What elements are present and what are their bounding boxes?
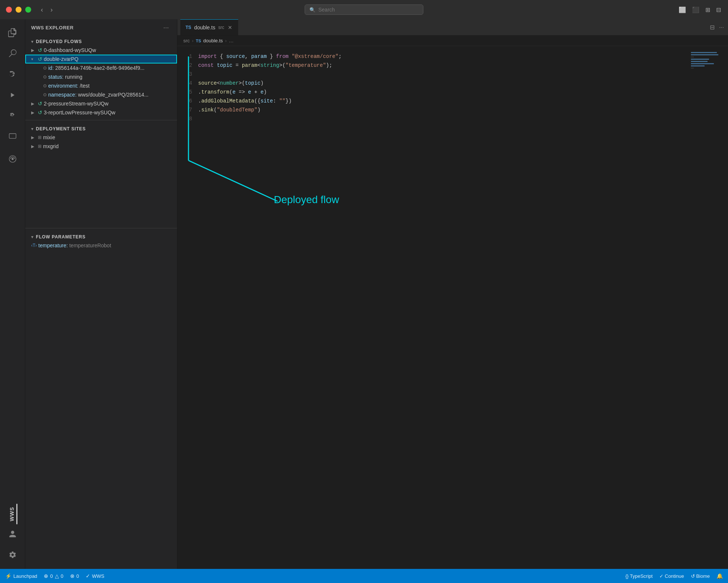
forward-button[interactable]: › bbox=[48, 4, 55, 15]
code-editor: 1 2 3 4 5 6 7 8 import { source, param }… bbox=[177, 46, 728, 569]
fullscreen-button[interactable] bbox=[25, 7, 31, 13]
tree-item-environment: ⊙ environment: /test bbox=[25, 81, 177, 90]
code-line-2: const topic = param<string>("temperature… bbox=[198, 61, 683, 70]
code-line-1: import { source, param } from "@xstream/… bbox=[198, 52, 683, 61]
tree-item-3-report-low-pressure[interactable]: ▶ ↺ 3-reportLowPressure-wySUQw bbox=[25, 108, 177, 117]
chevron-right-icon-5: ▶ bbox=[31, 144, 36, 149]
status-biome-label: ↺ Biome bbox=[691, 573, 710, 579]
notification-icon: 🔔 bbox=[716, 573, 723, 579]
status-item-wws[interactable]: ✓ WWS bbox=[86, 573, 104, 579]
tab-double-ts[interactable]: TS double.ts src ✕ bbox=[180, 19, 238, 35]
chevron-right-icon-4: ▶ bbox=[31, 135, 36, 140]
more-actions-button[interactable]: ··· bbox=[718, 23, 725, 32]
activity-item-files[interactable] bbox=[3, 23, 22, 42]
launchpad-icon: ⚡ bbox=[5, 573, 12, 579]
editor-scrollbar[interactable] bbox=[723, 46, 728, 569]
panel-toggle-button[interactable]: ⬛ bbox=[691, 5, 701, 14]
breadcrumb-filename: double.ts bbox=[203, 38, 223, 43]
prop-icon-environment: ⊙ bbox=[43, 83, 47, 88]
prop-icon-status: ⊙ bbox=[43, 74, 47, 79]
chevron-right-icon-2: ▶ bbox=[31, 101, 36, 106]
activity-item-account[interactable] bbox=[3, 524, 22, 544]
info-icon: ⊗ bbox=[70, 573, 75, 579]
status-item-launchpad[interactable]: ⚡ Launchpad bbox=[5, 573, 37, 579]
tree-item-mixie[interactable]: ▶ ⊞ mixie bbox=[25, 133, 177, 142]
tab-filename: double.ts bbox=[194, 25, 215, 30]
line-num-6: 6 bbox=[177, 97, 192, 105]
split-editor-right-button[interactable]: ⊟ bbox=[709, 23, 716, 32]
activity-item-search[interactable] bbox=[3, 44, 22, 63]
search-bar[interactable]: 🔍 bbox=[305, 4, 423, 15]
prop-key-namespace: namespace: bbox=[48, 92, 76, 98]
editor-area: TS double.ts src ✕ ⊟ ··· src › TS double… bbox=[177, 19, 728, 569]
prop-value-environment: /test bbox=[80, 83, 89, 89]
search-input[interactable] bbox=[318, 7, 419, 13]
tab-close-button[interactable]: ✕ bbox=[227, 25, 233, 30]
status-item-typescript[interactable]: {} TypeScript bbox=[625, 573, 652, 579]
line-num-4: 4 bbox=[177, 79, 192, 88]
section-deployed-flows-label: Deployed Flows bbox=[36, 39, 82, 44]
minimize-button[interactable] bbox=[16, 7, 22, 13]
status-warning-count: 0 bbox=[61, 573, 63, 579]
sidebar-toggle-button[interactable]: ⬜ bbox=[678, 5, 687, 14]
back-button[interactable]: ‹ bbox=[39, 4, 45, 15]
svg-point-2 bbox=[12, 158, 14, 160]
close-button[interactable] bbox=[6, 7, 12, 13]
main-layout: WWS WWS Explorer ··· ▾ Deployed Flow bbox=[0, 19, 728, 569]
deployment-site-icon-2: ⊞ bbox=[38, 144, 42, 149]
activity-item-extensions[interactable] bbox=[3, 106, 22, 126]
flow-name-3-report-low-pressure: 3-reportLowPressure-wySUQw bbox=[44, 110, 115, 115]
activity-item-wws[interactable] bbox=[3, 149, 22, 169]
section-flow-parameters-label: Flow Parameters bbox=[36, 234, 86, 240]
line-num-1: 1 bbox=[177, 52, 192, 61]
activity-bar: WWS bbox=[0, 19, 25, 569]
status-item-errors[interactable]: ⊕ 0 △ 0 bbox=[44, 573, 63, 579]
sidebar-more-button[interactable]: ··· bbox=[161, 23, 171, 32]
status-bar: ⚡ Launchpad ⊕ 0 △ 0 ⊗ 0 ✓ WWS {} TypeScr… bbox=[0, 569, 728, 583]
section-deployed-flows[interactable]: ▾ Deployed Flows bbox=[25, 36, 177, 46]
split-editor-button[interactable]: ⊞ bbox=[704, 5, 711, 14]
tree-item-2-pressure-stream[interactable]: ▶ ↺ 2-pressureStream-wySUQw bbox=[25, 99, 177, 108]
status-wws-label: WWS bbox=[92, 573, 104, 579]
status-error-count: 0 bbox=[50, 573, 53, 579]
prop-value-namespace: wws/double_zvarPQ/28561​4... bbox=[78, 92, 148, 98]
prop-icon-namespace: ⊙ bbox=[43, 92, 47, 97]
tree-item-double-zvarpq[interactable]: ▾ ↺ double-zvarPQ bbox=[25, 55, 177, 63]
code-line-5: .transform(e => e + e) bbox=[198, 88, 683, 97]
prop-icon-id: ⊙ bbox=[43, 65, 47, 71]
flow-icon-3: ↺ bbox=[38, 101, 42, 107]
chevron-right-icon-3: ▶ bbox=[31, 110, 36, 115]
activity-item-run[interactable] bbox=[3, 85, 22, 105]
section-flow-parameters[interactable]: ▾ Flow Parameters bbox=[25, 231, 177, 241]
code-line-4: source<number>(topic) bbox=[198, 79, 683, 88]
activity-item-settings[interactable] bbox=[3, 545, 22, 564]
customize-layout-button[interactable]: ⊟ bbox=[715, 5, 722, 14]
sidebar-title: WWS Explorer bbox=[31, 25, 73, 30]
code-line-8 bbox=[198, 114, 683, 123]
wws-brand-label: WWS bbox=[7, 504, 17, 524]
breadcrumb-sep-1: › bbox=[192, 38, 193, 43]
tab-folder: src bbox=[218, 25, 224, 30]
status-item-biome[interactable]: ↺ Biome bbox=[691, 573, 710, 579]
section-deployment-sites[interactable]: ▾ Deployment Sites bbox=[25, 123, 177, 133]
code-line-7: .sink("doubledTemp") bbox=[198, 105, 683, 114]
tree-item-0-dashboard[interactable]: ▶ ↺ 0-dashboard-wySUQw bbox=[25, 46, 177, 55]
error-icon: ⊕ bbox=[44, 573, 48, 579]
flow-name-0-dashboard: 0-dashboard-wySUQw bbox=[44, 47, 96, 53]
activity-bottom bbox=[3, 524, 22, 569]
sidebar: WWS Explorer ··· ▾ Deployed Flows ▶ ↺ 0-… bbox=[25, 19, 177, 569]
status-info-count: 0 bbox=[76, 573, 79, 579]
status-item-notifications[interactable]: 🔔 bbox=[716, 573, 723, 579]
chevron-down-icon: ▾ bbox=[31, 57, 36, 62]
breadcrumb: src › TS double.ts › … bbox=[177, 36, 728, 46]
line-num-7: 7 bbox=[177, 105, 192, 114]
activity-item-monitor[interactable] bbox=[3, 127, 22, 146]
activity-item-source-control[interactable] bbox=[3, 65, 22, 84]
code-content[interactable]: import { source, param } from "@xstream/… bbox=[198, 46, 689, 569]
line-num-3: 3 bbox=[177, 70, 192, 79]
status-item-info[interactable]: ⊗ 0 bbox=[70, 573, 79, 579]
editor-tabs-actions: ⊟ ··· bbox=[709, 23, 725, 32]
status-item-continue[interactable]: ✓ Continue bbox=[659, 573, 684, 579]
prop-key-id: id: bbox=[48, 65, 54, 71]
tree-item-mxgrid[interactable]: ▶ ⊞ mxgrid bbox=[25, 142, 177, 151]
